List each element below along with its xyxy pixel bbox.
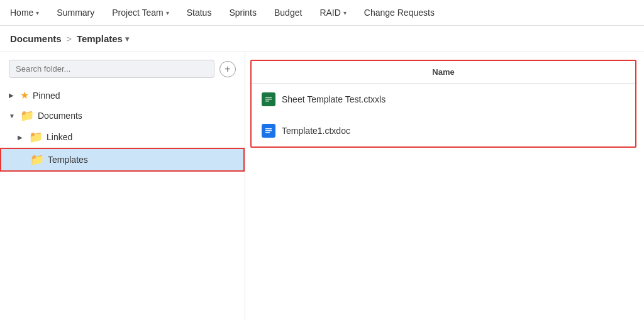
sidebar-item-pinned[interactable]: ▶ ★ Pinned [0, 86, 245, 105]
files-table: Name [252, 61, 635, 146]
search-row: + [0, 60, 245, 86]
chevron-documents-icon: ▼ [9, 113, 16, 119]
sheet-file-icon [262, 92, 275, 106]
svg-rect-7 [265, 132, 270, 133]
sidebar-item-documents-label: Documents [38, 111, 82, 121]
breadcrumb-separator: > [67, 34, 72, 44]
files-table-wrapper: Name [250, 60, 636, 148]
breadcrumb-current[interactable]: Templates ▾ [77, 33, 129, 44]
top-navigation: Home ▾ Summary Project Team ▾ Status Spr… [0, 0, 644, 26]
file-row-sheet[interactable]: Sheet Template Test.ctxxls [252, 84, 635, 115]
content-area: Name [245, 52, 644, 320]
nav-sprints[interactable]: Sprints [229, 5, 257, 20]
nav-home[interactable]: Home ▾ [10, 5, 39, 20]
nav-home-chevron: ▾ [36, 9, 39, 16]
svg-rect-6 [265, 130, 272, 131]
table-row[interactable]: Sheet Template Test.ctxxls [252, 84, 635, 116]
nav-raid-chevron: ▾ [343, 9, 347, 16]
nav-summary-label: Summary [57, 8, 94, 18]
sidebar-item-documents[interactable]: ▼ 📁 Documents [0, 105, 245, 126]
doc-file-icon [262, 124, 275, 138]
svg-rect-5 [265, 128, 272, 130]
sidebar-item-pinned-label: Pinned [33, 91, 60, 101]
breadcrumb-parent[interactable]: Documents [10, 33, 62, 44]
column-header-name: Name [252, 61, 635, 84]
nav-status-label: Status [187, 8, 212, 18]
nav-change-requests[interactable]: Change Requests [364, 5, 435, 20]
nav-home-label: Home [10, 8, 33, 18]
nav-change-requests-label: Change Requests [364, 8, 435, 18]
svg-rect-1 [265, 97, 272, 98]
svg-rect-3 [265, 101, 269, 102]
nav-project-team-label: Project Team [112, 8, 163, 18]
add-folder-button[interactable]: + [219, 61, 236, 77]
nav-project-team-chevron: ▾ [166, 9, 169, 16]
chevron-pinned-icon: ▶ [9, 92, 16, 99]
chevron-linked-icon: ▶ [18, 134, 25, 141]
breadcrumb-current-label: Templates [77, 33, 123, 44]
file-row-doc[interactable]: Template1.ctxdoc [252, 115, 635, 146]
pin-icon: ★ [20, 89, 29, 101]
folder-green-icon: 📁 [30, 153, 44, 167]
breadcrumb-dropdown-chevron: ▾ [125, 35, 129, 43]
file-name-sheet: Sheet Template Test.ctxxls [282, 94, 386, 104]
nav-summary[interactable]: Summary [57, 5, 94, 20]
table-row[interactable]: Template1.ctxdoc [252, 115, 635, 146]
nav-raid[interactable]: RAID ▾ [319, 5, 346, 20]
sidebar-item-templates[interactable]: 📁 Templates [0, 148, 245, 172]
sidebar-item-templates-label: Templates [48, 155, 88, 165]
svg-rect-2 [265, 99, 272, 100]
breadcrumb: Documents > Templates ▾ [0, 26, 644, 52]
sidebar: + ▶ ★ Pinned ▼ 📁 Documents ▶ 📁 Linked 📁 … [0, 52, 245, 320]
nav-sprints-label: Sprints [229, 8, 257, 18]
main-layout: + ▶ ★ Pinned ▼ 📁 Documents ▶ 📁 Linked 📁 … [0, 52, 644, 320]
folder-orange-icon: 📁 [29, 130, 43, 144]
nav-project-team[interactable]: Project Team ▾ [112, 5, 169, 20]
nav-budget[interactable]: Budget [274, 5, 302, 20]
sidebar-item-linked[interactable]: ▶ 📁 Linked [0, 126, 245, 148]
nav-raid-label: RAID [319, 8, 340, 18]
folder-yellow-icon: 📁 [20, 109, 34, 123]
nav-status[interactable]: Status [187, 5, 212, 20]
sidebar-item-linked-label: Linked [47, 132, 72, 142]
nav-budget-label: Budget [274, 8, 302, 18]
search-input[interactable] [9, 60, 214, 78]
file-name-doc: Template1.ctxdoc [282, 126, 350, 136]
